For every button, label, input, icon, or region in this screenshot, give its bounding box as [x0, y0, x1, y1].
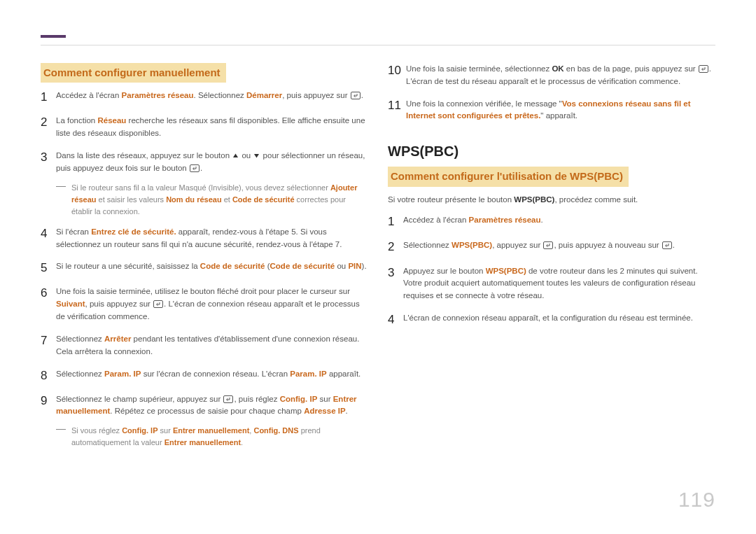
- heading-wpspbc: WPS(PBC): [388, 141, 715, 162]
- note-dash-icon: [56, 182, 66, 190]
- step-body: L'écran de connexion réseau apparaît, et…: [403, 312, 715, 325]
- step-body: Accédez à l'écran Paramètres réseau. Sél…: [56, 90, 368, 102]
- step-item: 11Une fois la connexion vérifiée, le mes…: [388, 98, 715, 123]
- enter-icon: [543, 241, 553, 249]
- step-item: 3Appuyez sur le bouton WPS(PBC) de votre…: [388, 265, 715, 302]
- arrow-up-icon: [232, 153, 239, 159]
- step-body: Sélectionnez Param. IP sur l'écran de co…: [56, 368, 368, 381]
- step-number: 3: [41, 150, 56, 165]
- note-text: Si le routeur sans fil a la valeur Masqu…: [71, 182, 368, 218]
- step-number: 4: [388, 312, 403, 328]
- step-item: 2Sélectionnez WPS(PBC), appuyez sur , pu…: [388, 239, 715, 255]
- step-number: 5: [41, 260, 56, 276]
- left-steps: 1Accédez à l'écran Paramètres réseau. Sé…: [41, 90, 368, 449]
- step-body: Sélectionnez Arrêter pendant les tentati…: [56, 333, 368, 358]
- step-item: 7Sélectionnez Arrêter pendant les tentat…: [41, 333, 368, 358]
- step-body: Accédez à l'écran Paramètres réseau.: [403, 214, 715, 227]
- step-body: Sélectionnez le champ supérieur, appuyez…: [56, 393, 368, 419]
- step-body: Une fois la connexion vérifiée, le messa…: [406, 98, 715, 123]
- step-number: 1: [388, 214, 403, 230]
- step-number: 6: [41, 286, 56, 301]
- step-item: 9Sélectionnez le champ supérieur, appuye…: [41, 393, 368, 419]
- step-note: Si vous réglez Config. IP sur Entrer man…: [56, 425, 368, 449]
- step-number: 2: [388, 239, 403, 255]
- intro-text: Si votre routeur présente le bouton WPS(…: [388, 194, 715, 206]
- enter-icon: [662, 241, 672, 249]
- step-body: Si l'écran Entrez clé de sécurité. appar…: [56, 226, 368, 251]
- step-item: 1Accédez à l'écran Paramètres réseau. Sé…: [41, 90, 368, 105]
- note-dash-icon: [56, 425, 66, 433]
- step-item: 2La fonction Réseau recherche les réseau…: [41, 115, 368, 140]
- right-cont-steps: 10Une fois la saisie terminée, sélection…: [388, 63, 715, 122]
- section-title-right: Comment configurer l'utilisation de WPS(…: [388, 167, 629, 186]
- enter-icon: [699, 65, 708, 73]
- step-body: Dans la liste des réseaux, appuyez sur l…: [56, 150, 368, 175]
- step-body: Sélectionnez WPS(PBC), appuyez sur , pui…: [403, 239, 715, 252]
- step-body: Une fois la saisie terminée, utilisez le…: [56, 286, 368, 323]
- step-item: 10Une fois la saisie terminée, sélection…: [388, 63, 715, 88]
- step-item: 5Si le routeur a une sécurité, saisissez…: [41, 260, 368, 276]
- left-column: Comment configurer manuellement 1Accédez…: [41, 63, 368, 457]
- step-number: 4: [41, 226, 56, 241]
- enter-icon: [223, 395, 233, 403]
- page-number: 119: [678, 484, 715, 517]
- note-text: Si vous réglez Config. IP sur Entrer man…: [71, 425, 368, 449]
- arrow-down-icon: [253, 153, 260, 159]
- two-column-layout: Comment configurer manuellement 1Accédez…: [41, 63, 715, 457]
- step-body: La fonction Réseau recherche les réseaux…: [56, 115, 368, 140]
- right-column: 10Une fois la saisie terminée, sélection…: [388, 63, 715, 457]
- page: Comment configurer manuellement 1Accédez…: [0, 0, 756, 534]
- step-item: 8Sélectionnez Param. IP sur l'écran de c…: [41, 368, 368, 384]
- step-number: 8: [41, 368, 56, 384]
- step-number: 2: [41, 115, 56, 130]
- step-number: 9: [41, 393, 56, 409]
- right-steps: 1Accédez à l'écran Paramètres réseau.2Sé…: [388, 214, 715, 328]
- section-title-left: Comment configurer manuellement: [41, 63, 226, 83]
- step-number: 11: [388, 98, 406, 113]
- step-number: 7: [41, 333, 56, 349]
- header-rule: [41, 45, 715, 45]
- step-body: Si le routeur a une sécurité, saisissez …: [56, 260, 368, 273]
- step-item: 3Dans la liste des réseaux, appuyez sur …: [41, 150, 368, 175]
- step-item: 1Accédez à l'écran Paramètres réseau.: [388, 214, 715, 230]
- step-item: 6Une fois la saisie terminée, utilisez l…: [41, 286, 368, 323]
- step-number: 10: [388, 63, 406, 78]
- step-body: Appuyez sur le bouton WPS(PBC) de votre …: [403, 265, 715, 302]
- enter-icon: [153, 300, 163, 308]
- enter-icon: [190, 164, 200, 172]
- step-body: Une fois la saisie terminée, sélectionne…: [406, 63, 715, 88]
- header-accent-bar: [41, 35, 66, 38]
- step-note: Si le routeur sans fil a la valeur Masqu…: [56, 182, 368, 218]
- step-item: 4L'écran de connexion réseau apparaît, e…: [388, 312, 715, 328]
- step-item: 4Si l'écran Entrez clé de sécurité. appa…: [41, 226, 368, 251]
- step-number: 1: [41, 90, 56, 105]
- enter-icon: [351, 92, 360, 99]
- step-number: 3: [388, 265, 403, 281]
